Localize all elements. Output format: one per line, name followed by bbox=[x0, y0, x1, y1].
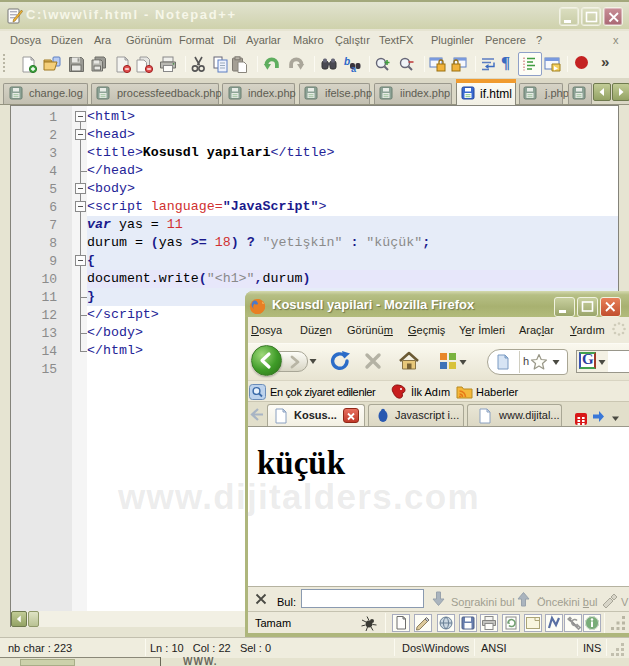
svg-text:b: b bbox=[344, 56, 350, 67]
